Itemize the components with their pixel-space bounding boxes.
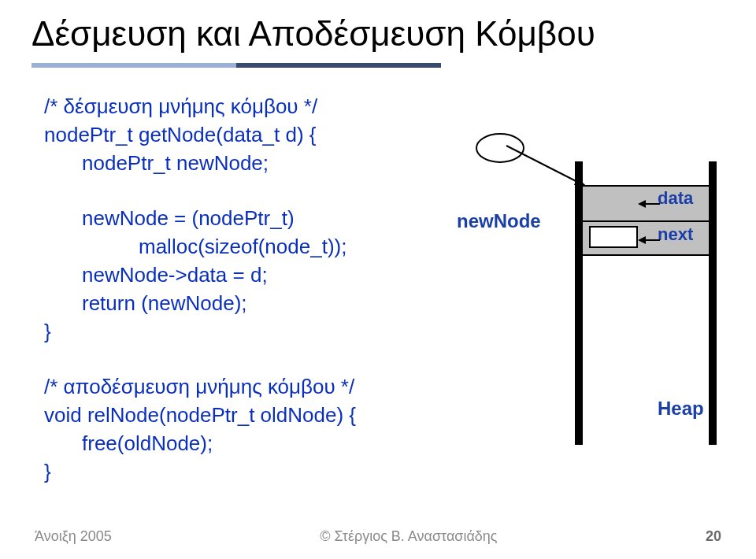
heap-label: Heap	[658, 398, 704, 420]
code-assign-cast: newNode = (nodePtr_t)	[82, 205, 295, 232]
code-comment-free: /* αποδέσμευση μνήμης κόμβου */	[44, 373, 354, 401]
data-field-label: data	[658, 188, 693, 209]
code-fn-relNode: void relNode(nodePtr_t oldNode) {	[44, 402, 356, 429]
footer-center: © Στέργιος Β. Αναστασιάδης	[320, 528, 497, 545]
arrow-next-icon	[638, 235, 662, 246]
code-comment-alloc: /* δέσμευση μνήμης κόμβου */	[44, 93, 317, 120]
arrow-data-icon	[638, 198, 662, 209]
code-fn-getNode: nodePtr_t getNode(data_t d) {	[44, 121, 316, 149]
footer-page-number: 20	[706, 528, 721, 545]
next-field-box	[589, 226, 638, 248]
newnode-label: newNode	[457, 210, 541, 232]
code-return: return (newNode);	[82, 290, 247, 317]
code-malloc: malloc(sizeof(node_t));	[139, 233, 346, 261]
title-underline	[32, 63, 441, 68]
code-free-call: free(oldNode);	[82, 430, 213, 457]
code-close1: }	[44, 318, 51, 346]
footer-left: Άνοιξη 2005	[35, 528, 112, 545]
code-decl: nodePtr_t newNode;	[82, 150, 269, 177]
code-close2: }	[44, 458, 51, 486]
svg-marker-6	[638, 236, 646, 244]
code-set-data: newNode->data = d;	[82, 261, 268, 289]
slide-title: Δέσμευση και Αποδέσμευση Κόμβου	[32, 14, 595, 54]
next-field-label: next	[658, 224, 693, 245]
slide-footer: Άνοιξη 2005 © Στέργιος Β. Αναστασιάδης 2…	[0, 528, 756, 545]
svg-marker-4	[638, 200, 646, 208]
